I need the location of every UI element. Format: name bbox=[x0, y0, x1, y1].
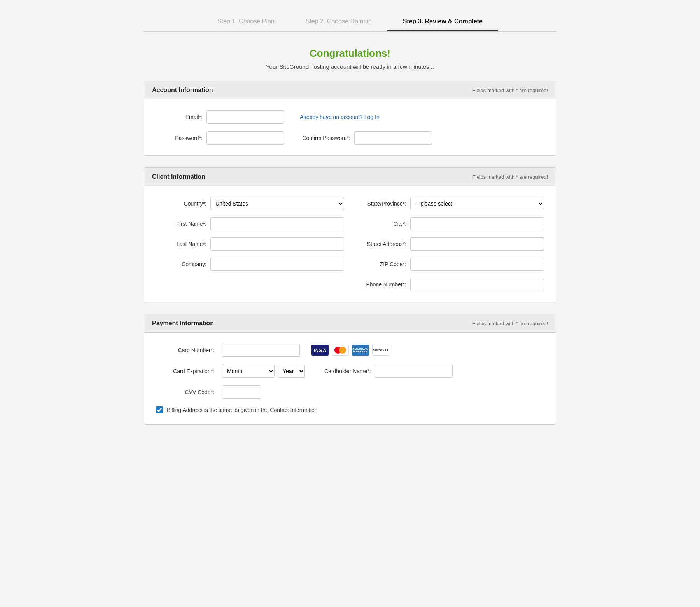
first-name-input[interactable] bbox=[210, 217, 344, 230]
cardholder-section: Cardholder Name*: bbox=[324, 365, 453, 378]
street-label: Street Address*: bbox=[356, 241, 406, 247]
password-label: Password*: bbox=[156, 135, 203, 141]
steps-nav: Step 1. Choose Plan Step 2. Choose Domai… bbox=[144, 12, 556, 32]
country-group: Country*: United States Canada United Ki… bbox=[156, 197, 344, 210]
card-expiration-label: Card Expiration*: bbox=[156, 368, 214, 374]
email-input[interactable] bbox=[206, 110, 284, 124]
state-group: State/Province*: -- please select -- Ala… bbox=[356, 197, 544, 210]
street-input[interactable] bbox=[410, 237, 544, 251]
cardholder-label: Cardholder Name*: bbox=[324, 368, 371, 374]
client-panel-title: Client Information bbox=[152, 173, 205, 180]
zip-group: ZIP Code*: bbox=[356, 258, 544, 271]
account-panel-body: Email*: Already have an account? Log In … bbox=[144, 99, 556, 155]
country-label: Country*: bbox=[156, 201, 206, 207]
card-number-input[interactable] bbox=[222, 344, 300, 357]
mc-circle-orange bbox=[339, 347, 346, 354]
last-name-group: Last Name*: bbox=[156, 237, 344, 251]
zip-label: ZIP Code*: bbox=[356, 261, 406, 267]
city-input[interactable] bbox=[410, 217, 544, 230]
mastercard-icon bbox=[332, 345, 349, 356]
confirm-password-label: Confirm Password*: bbox=[296, 135, 350, 141]
email-label: Email*: bbox=[156, 114, 203, 120]
payment-required-note: Fields marked with * are required! bbox=[472, 321, 548, 326]
visa-icon: VISA bbox=[312, 345, 329, 356]
state-label: State/Province*: bbox=[356, 201, 406, 207]
payment-panel-body: Card Number*: VISA AMERICANEXPRESS bbox=[144, 333, 556, 424]
zip-input[interactable] bbox=[410, 258, 544, 271]
year-select[interactable]: Year 2024 2025 2026 2027 2028 2029 2030 bbox=[278, 365, 305, 378]
billing-label: Billing Address is the same as given in … bbox=[167, 407, 318, 413]
state-select[interactable]: -- please select -- Alabama Alaska Arizo… bbox=[410, 197, 544, 210]
company-group: Company: bbox=[156, 258, 344, 271]
billing-checkbox[interactable] bbox=[156, 406, 163, 413]
first-name-label: First Name*: bbox=[156, 221, 206, 227]
payment-panel-header: Payment Information Fields marked with *… bbox=[144, 314, 556, 333]
step-1[interactable]: Step 1. Choose Plan bbox=[202, 12, 290, 31]
city-label: City*: bbox=[356, 221, 406, 227]
street-group: Street Address*: bbox=[356, 237, 544, 251]
billing-row: Billing Address is the same as given in … bbox=[156, 406, 544, 413]
amex-icon: AMERICANEXPRESS bbox=[352, 345, 369, 356]
cvv-row: CVV Code*: bbox=[156, 385, 544, 399]
city-group: City*: bbox=[356, 217, 544, 230]
client-grid: Country*: United States Canada United Ki… bbox=[156, 197, 544, 291]
client-panel-body: Country*: United States Canada United Ki… bbox=[144, 186, 556, 302]
password-left: Password*: bbox=[156, 131, 284, 145]
first-name-group: First Name*: bbox=[156, 217, 344, 230]
page-container: Step 1. Choose Plan Step 2. Choose Domai… bbox=[136, 0, 564, 460]
congrats-title: Congratulations! bbox=[144, 47, 556, 59]
account-panel-header: Account Information Fields marked with *… bbox=[144, 81, 556, 99]
empty-cell bbox=[156, 278, 344, 291]
client-panel-header: Client Information Fields marked with * … bbox=[144, 168, 556, 186]
password-row: Password*: Confirm Password*: bbox=[156, 131, 544, 145]
congrats-subtitle: Your SiteGround hosting account will be … bbox=[144, 63, 556, 70]
cvv-input[interactable] bbox=[222, 385, 261, 399]
client-panel: Client Information Fields marked with * … bbox=[144, 167, 556, 302]
cardholder-input[interactable] bbox=[375, 365, 453, 378]
cvv-label: CVV Code*: bbox=[156, 389, 214, 395]
card-icons: VISA AMERICANEXPRESS DISCOVER bbox=[312, 345, 389, 356]
card-number-label: Card Number*: bbox=[156, 347, 214, 353]
step-3[interactable]: Step 3. Review & Complete bbox=[387, 12, 498, 31]
confirm-password-right: Confirm Password*: bbox=[296, 131, 432, 145]
phone-group: Phone Number*: bbox=[356, 278, 544, 291]
last-name-label: Last Name*: bbox=[156, 241, 206, 247]
email-left: Email*: bbox=[156, 110, 284, 124]
confirm-password-input[interactable] bbox=[354, 131, 432, 145]
country-select[interactable]: United States Canada United Kingdom Aust… bbox=[210, 197, 344, 210]
month-select[interactable]: Month 01 - January 02 - February 03 - Ma… bbox=[222, 365, 275, 378]
company-label: Company: bbox=[156, 261, 206, 267]
account-panel-title: Account Information bbox=[152, 87, 213, 94]
expiration-row: Card Expiration*: Month 01 - January 02 … bbox=[156, 365, 544, 378]
expiry-selects: Month 01 - January 02 - February 03 - Ma… bbox=[222, 365, 305, 378]
discover-icon: DISCOVER bbox=[372, 345, 389, 356]
client-required-note: Fields marked with * are required! bbox=[472, 174, 548, 180]
card-number-row: Card Number*: VISA AMERICANEXPRESS bbox=[156, 344, 544, 357]
last-name-input[interactable] bbox=[210, 237, 344, 251]
congrats-section: Congratulations! Your SiteGround hosting… bbox=[144, 47, 556, 70]
payment-panel: Payment Information Fields marked with *… bbox=[144, 314, 556, 425]
password-input[interactable] bbox=[206, 131, 284, 145]
account-required-note: Fields marked with * are required! bbox=[472, 87, 548, 93]
step-2[interactable]: Step 2. Choose Domain bbox=[290, 12, 387, 31]
phone-label: Phone Number*: bbox=[356, 281, 406, 288]
payment-panel-title: Payment Information bbox=[152, 320, 214, 327]
email-row: Email*: Already have an account? Log In bbox=[156, 110, 544, 124]
company-input[interactable] bbox=[210, 258, 344, 271]
already-have-account-link[interactable]: Already have an account? Log In bbox=[300, 114, 380, 120]
phone-input[interactable] bbox=[410, 278, 544, 291]
account-panel: Account Information Fields marked with *… bbox=[144, 81, 556, 156]
